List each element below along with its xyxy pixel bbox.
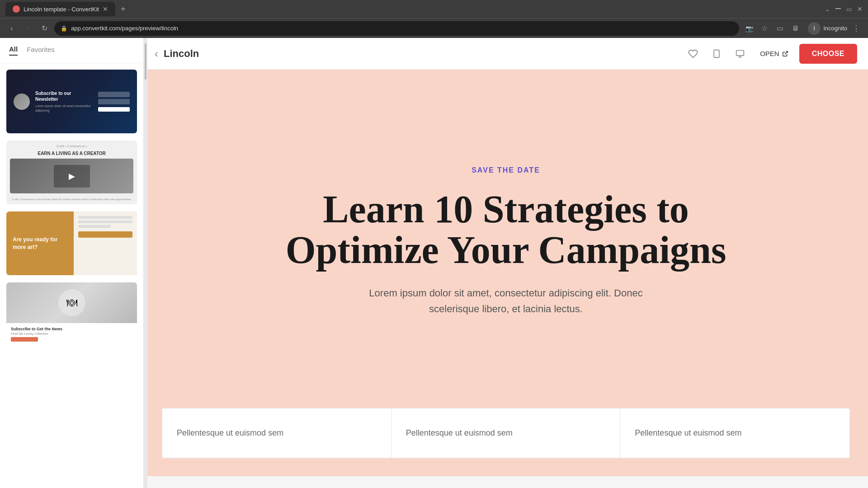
card3-question: Are you ready for more art? bbox=[13, 236, 67, 251]
main-heading: Learn 10 Strategies to Optimize Your Cam… bbox=[286, 189, 726, 271]
card-title: Subscribe to our Newsletter bbox=[35, 90, 93, 102]
star-icon[interactable]: ☆ bbox=[758, 22, 771, 35]
back-button[interactable]: ‹ bbox=[155, 47, 158, 60]
grid-text-3: Pellentesque ut euismod sem bbox=[635, 427, 835, 440]
browser-toolbar: ‹ › ↻ 🔒 app.convertkit.com/pages/preview… bbox=[0, 18, 868, 38]
card4-subtitle: Feed Me Lovely Collection bbox=[11, 332, 132, 335]
choose-button[interactable]: CHOOSE bbox=[799, 44, 857, 64]
open-label: OPEN bbox=[760, 50, 779, 57]
scroll-track bbox=[144, 38, 147, 488]
template-card-creator[interactable]: Craft • Commerce • EARN A LIVING AS A CR… bbox=[5, 140, 138, 205]
profile-area[interactable]: I Incognito bbox=[808, 22, 847, 35]
mobile-icon bbox=[712, 49, 721, 59]
main-area: ‹ Lincoln bbox=[144, 38, 868, 488]
play-icon: ▶ bbox=[69, 171, 75, 181]
preview-header: ‹ Lincoln bbox=[144, 38, 868, 70]
card-form bbox=[98, 92, 130, 112]
profile-initial: I bbox=[814, 25, 815, 32]
card4-image: 🍽 bbox=[6, 282, 137, 323]
card4-title: Subscribe to Get the News bbox=[11, 327, 132, 331]
profile-name: Incognito bbox=[823, 25, 847, 32]
sidebar-header: All Favorites bbox=[0, 38, 143, 63]
window-controls: ⌄ ▭ ✕ bbox=[825, 5, 863, 13]
card3-line1 bbox=[78, 216, 133, 219]
maximize-button[interactable]: ▭ bbox=[846, 6, 852, 13]
heart-icon bbox=[688, 49, 698, 59]
grid-cell-2: Pellentesque ut euismod sem bbox=[392, 408, 621, 458]
svg-rect-0 bbox=[714, 50, 719, 57]
close-tab-icon[interactable]: ✕ bbox=[103, 5, 108, 13]
card2-inner-image: ▶ bbox=[54, 165, 90, 188]
toolbar-actions: 📷 ☆ ▭ 🖥 I Incognito ⋮ bbox=[743, 22, 863, 35]
card3-right bbox=[74, 211, 137, 275]
card3-line3 bbox=[78, 225, 111, 228]
address-bar[interactable]: 🔒 app.convertkit.com/pages/preview/linco… bbox=[54, 21, 739, 36]
card-subtitle: Lorem ipsum dolor sit amet consectetur a… bbox=[35, 104, 93, 113]
forward-nav-button[interactable]: › bbox=[22, 22, 34, 35]
tab-title: Lincoln template - ConvertKit bbox=[24, 6, 99, 13]
avatar bbox=[14, 94, 30, 110]
header-actions: OPEN CHOOSE bbox=[684, 44, 857, 64]
food-icon: 🍽 bbox=[66, 296, 77, 309]
heading-line1: Learn 10 Strategies to bbox=[323, 188, 689, 231]
card3-line2 bbox=[78, 221, 133, 223]
chevron-down-icon: ⌄ bbox=[825, 6, 830, 13]
back-nav-button[interactable]: ‹ bbox=[5, 22, 18, 35]
grid-text-2: Pellentesque ut euismod sem bbox=[406, 427, 606, 440]
heart-button[interactable] bbox=[684, 45, 702, 63]
camera-icon[interactable]: 📷 bbox=[743, 22, 755, 35]
menu-icon[interactable]: ⋮ bbox=[850, 22, 863, 35]
card3-left: Are you ready for more art? bbox=[6, 211, 74, 275]
profile-avatar: I bbox=[808, 22, 821, 35]
refresh-button[interactable]: ↻ bbox=[38, 22, 51, 35]
desktop-icon bbox=[735, 49, 745, 58]
svg-rect-2 bbox=[736, 50, 744, 56]
sidebar-tab-favorites[interactable]: Favorites bbox=[27, 46, 55, 55]
card2-brand: Craft • Commerce • bbox=[10, 144, 133, 148]
card4-button bbox=[11, 337, 38, 342]
new-tab-button[interactable]: + bbox=[121, 5, 126, 14]
monitor-icon[interactable]: 🖥 bbox=[789, 22, 802, 35]
lock-icon: 🔒 bbox=[61, 25, 67, 32]
desktop-button[interactable] bbox=[731, 45, 749, 63]
url-text: app.convertkit.com/pages/preview/lincoln bbox=[71, 25, 733, 32]
card4-body: Subscribe to Get the News Feed Me Lovely… bbox=[6, 323, 137, 345]
preview-content: SAVE THE DATE Learn 10 Strategies to Opt… bbox=[144, 70, 868, 488]
app-container: All Favorites Subscribe to our Newslette… bbox=[0, 38, 868, 488]
open-button[interactable]: OPEN bbox=[755, 45, 794, 63]
card3-button bbox=[78, 231, 133, 238]
heading-line2: Optimize Your Campaigns bbox=[286, 228, 726, 272]
minimize-button[interactable] bbox=[835, 8, 841, 9]
hero-section: SAVE THE DATE Learn 10 Strategies to Opt… bbox=[162, 97, 850, 408]
scroll-thumb[interactable] bbox=[145, 43, 146, 80]
card4-avatar: 🍽 bbox=[58, 289, 85, 316]
tab-favicon bbox=[13, 5, 20, 13]
template-card-art[interactable]: Are you ready for more art? bbox=[5, 211, 138, 276]
save-date-label: SAVE THE DATE bbox=[472, 166, 540, 174]
sidebar: All Favorites Subscribe to our Newslette… bbox=[0, 38, 144, 488]
tablet-icon[interactable]: ▭ bbox=[774, 22, 786, 35]
preview-frame: SAVE THE DATE Learn 10 Strategies to Opt… bbox=[144, 70, 868, 476]
card-content: Subscribe to our Newsletter Lorem ipsum … bbox=[35, 90, 93, 113]
svg-line-5 bbox=[784, 51, 787, 54]
sidebar-tab-all[interactable]: All bbox=[9, 45, 18, 56]
card2-image: ▶ bbox=[10, 159, 133, 193]
template-list: Subscribe to our Newsletter Lorem ipsum … bbox=[0, 63, 143, 488]
form-submit bbox=[98, 107, 130, 112]
browser-tab[interactable]: Lincoln template - ConvertKit ✕ bbox=[5, 2, 115, 16]
grid-text-1: Pellentesque ut euismod sem bbox=[177, 427, 377, 440]
template-card-newsletter[interactable]: Subscribe to our Newsletter Lorem ipsum … bbox=[5, 69, 138, 134]
form-field-2 bbox=[98, 99, 130, 104]
close-window-button[interactable]: ✕ bbox=[857, 5, 863, 13]
template-card-food[interactable]: 🍽 Subscribe to Get the News Feed Me Love… bbox=[5, 282, 138, 347]
grid-cell-1: Pellentesque ut euismod sem bbox=[162, 408, 392, 458]
external-link-icon bbox=[782, 51, 788, 57]
features-grid: Pellentesque ut euismod sem Pellentesque… bbox=[162, 408, 850, 458]
browser-titlebar: Lincoln template - ConvertKit ✕ + ⌄ ▭ ✕ bbox=[0, 0, 868, 18]
main-description: Lorem ipsum dolor sit amet, consectetur … bbox=[348, 285, 664, 317]
page-title: Lincoln bbox=[164, 48, 679, 60]
grid-cell-3: Pellentesque ut euismod sem bbox=[620, 408, 849, 458]
card2-title: EARN A LIVING AS A CREATOR bbox=[10, 151, 133, 156]
form-field-1 bbox=[98, 92, 130, 97]
mobile-button[interactable] bbox=[708, 45, 726, 63]
